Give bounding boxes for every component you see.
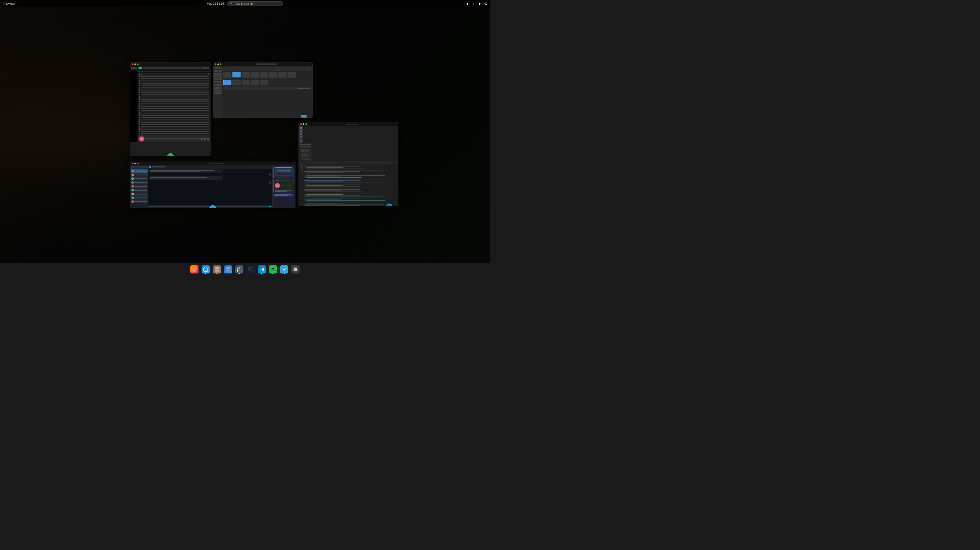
win-max-btn[interactable]	[305, 124, 307, 125]
topbar: Activities May 22 13:20 🔍 Type to search…	[0, 0, 490, 7]
win-close-btn[interactable]	[132, 163, 134, 164]
svg-point-29	[295, 269, 296, 270]
svg-point-27	[296, 267, 298, 269]
dock-item-telegram[interactable]	[279, 264, 290, 274]
files-cabinet-icon	[213, 265, 221, 273]
win-max-btn[interactable]	[137, 63, 138, 65]
search-placeholder-text: Type to search	[234, 2, 253, 5]
spotify-album-art	[139, 136, 144, 141]
windows-overview: ♪	[0, 7, 490, 260]
svg-point-33	[296, 270, 298, 271]
svg-line-21	[260, 268, 262, 268]
svg-text:22: 22	[205, 269, 207, 271]
spotify-icon	[269, 265, 277, 273]
win-close-btn[interactable]	[300, 124, 302, 125]
dock-item-appgrid[interactable]	[290, 264, 301, 274]
taskbar: 22	[0, 263, 490, 275]
search-bar[interactable]: 🔍 Type to search	[227, 1, 283, 6]
vscode-icon	[258, 265, 266, 273]
svg-point-8	[216, 268, 217, 268]
svg-point-30	[296, 269, 298, 270]
dock-item-files[interactable]	[212, 264, 222, 274]
search-icon: 🔍	[230, 2, 233, 5]
appgrid-icon	[291, 265, 299, 273]
svg-rect-12	[226, 269, 228, 271]
telegram-icon	[280, 265, 288, 273]
sound-icon[interactable]: ♪	[471, 2, 476, 6]
dock-item-spotify[interactable]	[268, 264, 278, 274]
svg-rect-13	[228, 269, 230, 271]
svg-point-25	[294, 267, 295, 269]
dock-item-software[interactable]	[223, 264, 233, 274]
software-icon	[224, 265, 232, 273]
spotify-app-icon: ♪	[167, 153, 174, 156]
svg-rect-19	[248, 268, 253, 271]
svg-rect-10	[226, 267, 228, 269]
svg-point-28	[294, 269, 295, 270]
datetime-display: May 22 13:20	[207, 2, 224, 5]
finder-icon: 📁	[301, 115, 307, 118]
win-min-btn[interactable]	[134, 163, 136, 164]
dock-item-clipboard[interactable]	[234, 264, 244, 274]
win-min-btn[interactable]	[134, 63, 136, 65]
clipboard-icon	[235, 265, 243, 273]
firefox-icon	[190, 265, 199, 273]
telegram-window-thumb[interactable]: ✈	[130, 162, 296, 208]
dock-item-calendar[interactable]: 22	[200, 264, 211, 274]
dock-item-firefox[interactable]	[189, 264, 199, 274]
power-icon[interactable]: ⏻	[484, 2, 488, 6]
win-min-btn[interactable]	[303, 124, 304, 125]
calendar-icon: 22	[202, 265, 210, 273]
win-close-btn[interactable]	[215, 63, 216, 65]
win-close-btn[interactable]	[132, 63, 134, 65]
svg-point-32	[295, 270, 296, 271]
vscode-window-thumb[interactable]: ⚡	[299, 122, 398, 206]
svg-point-31	[294, 270, 295, 271]
svg-point-9	[216, 270, 217, 271]
svg-line-22	[260, 271, 262, 271]
files-window-thumb[interactable]: 📁	[213, 62, 313, 118]
win-max-btn[interactable]	[220, 63, 221, 65]
svg-rect-11	[228, 267, 230, 269]
network-icon[interactable]: ▲	[465, 2, 469, 6]
svg-rect-15	[239, 267, 240, 268]
svg-point-26	[295, 267, 296, 269]
battery-icon[interactable]: ▮	[477, 2, 482, 6]
terminal-icon	[247, 265, 255, 273]
activities-button[interactable]: Activities	[2, 2, 16, 6]
win-min-btn[interactable]	[217, 63, 219, 65]
spotify-window-thumb[interactable]: ♪	[130, 62, 210, 156]
win-max-btn[interactable]	[137, 163, 138, 164]
dock-item-vscode[interactable]	[257, 264, 267, 274]
dock-item-terminal[interactable]	[245, 264, 256, 274]
